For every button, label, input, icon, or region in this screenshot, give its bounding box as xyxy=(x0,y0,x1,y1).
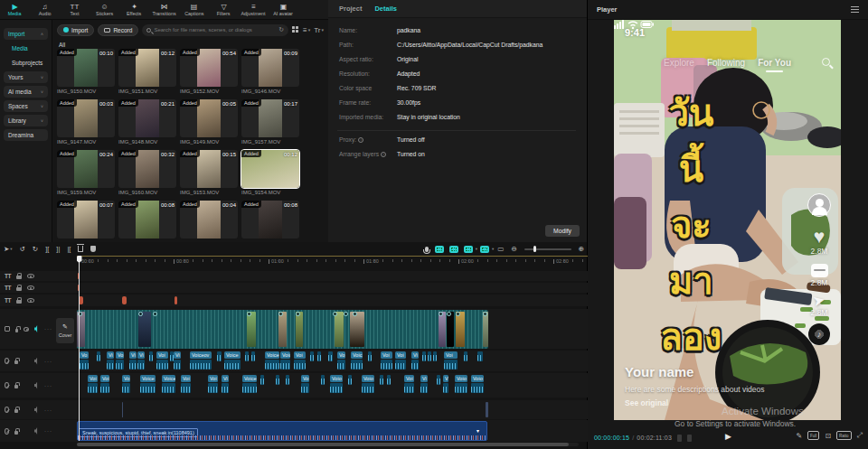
voiceover-clip[interactable]: Voi xyxy=(100,375,109,393)
redo-button[interactable]: ↻ xyxy=(33,245,38,253)
feed-tab-for-you[interactable]: For You xyxy=(758,58,791,68)
voiceover-clip[interactable] xyxy=(428,351,431,361)
voiceover-clip[interactable] xyxy=(464,351,467,361)
voiceover-clip[interactable]: Voi xyxy=(181,375,191,393)
eye-icon[interactable] xyxy=(24,327,29,332)
sidebar-item-ai-media[interactable]: AI media˅ xyxy=(4,86,48,98)
effect-clip[interactable] xyxy=(486,402,488,417)
scrollbar-thumb[interactable] xyxy=(77,443,569,446)
playhead[interactable] xyxy=(79,256,80,441)
mute-icon[interactable] xyxy=(34,427,39,435)
voiceover-clip[interactable]: Vi xyxy=(411,351,419,369)
media-item[interactable]: Added00:17IMG_9157.MOV xyxy=(241,99,299,145)
tool-tab-adjustment[interactable]: ≡Adjustment xyxy=(239,0,269,20)
avatar[interactable] xyxy=(807,193,831,217)
voiceover-clip[interactable]: Voice xyxy=(162,375,175,393)
voiceover-clip[interactable] xyxy=(437,375,440,385)
voiceover-clip[interactable] xyxy=(477,351,483,361)
voiceover-clip[interactable] xyxy=(245,351,249,361)
effect-clip[interactable] xyxy=(122,402,123,417)
text-clip[interactable] xyxy=(175,296,177,304)
split-left-button[interactable]: ]| xyxy=(56,245,60,253)
media-item[interactable]: Added00:08 xyxy=(241,201,299,240)
tool-tab-stickers[interactable]: ☺Stickers xyxy=(90,0,119,20)
media-item[interactable]: Added00:04 xyxy=(180,201,238,240)
lock-icon[interactable] xyxy=(14,385,18,388)
voiceover-clip[interactable]: Vi xyxy=(174,351,181,369)
text-clip[interactable] xyxy=(122,296,127,304)
voiceover-clip[interactable]: V xyxy=(443,375,448,393)
cover-button[interactable]: ✎ Cover xyxy=(56,318,74,343)
player-menu-icon[interactable] xyxy=(851,6,859,13)
lock-icon[interactable] xyxy=(14,360,18,364)
media-item[interactable]: Added00:24IMG_9159.MOV xyxy=(57,150,115,195)
tool-tab-text[interactable]: TTText xyxy=(60,0,90,20)
modify-button[interactable]: Modify xyxy=(545,225,580,237)
media-search-box[interactable]: ↻ xyxy=(142,24,288,36)
refresh-icon[interactable]: ↻ xyxy=(278,26,284,33)
record-button[interactable]: Record xyxy=(98,24,138,36)
voiceover-clip[interactable] xyxy=(422,351,426,361)
voiceover-clip[interactable]: Voi xyxy=(404,375,414,393)
sidebar-item-import[interactable]: Import˄ xyxy=(4,28,48,40)
voiceover-clip[interactable] xyxy=(317,351,321,361)
media-item[interactable]: Added00:54IMG_9152.MOV xyxy=(180,49,238,94)
voiceover-clip[interactable] xyxy=(97,351,100,361)
voiceover-clip[interactable]: Voio xyxy=(362,375,374,393)
eye-icon[interactable] xyxy=(27,285,34,290)
share-icon[interactable]: ➤ xyxy=(812,293,826,308)
voiceover-clip[interactable]: Voi xyxy=(444,351,458,369)
lock-icon[interactable] xyxy=(16,276,22,279)
mute-icon[interactable] xyxy=(34,407,39,414)
lock-icon[interactable] xyxy=(16,300,22,304)
media-item[interactable]: Added00:03IMG_9147.MOV xyxy=(57,99,115,145)
voiceover-clip[interactable]: Vo xyxy=(80,351,89,369)
voiceover-clip[interactable] xyxy=(321,375,325,385)
more-icon[interactable]: ··· xyxy=(44,383,52,388)
voiceover-clip[interactable]: Vi xyxy=(137,351,145,369)
undo-button[interactable]: ↺ xyxy=(20,245,25,253)
sidebar-item-media[interactable]: Media xyxy=(4,42,48,54)
search-input[interactable] xyxy=(154,27,276,33)
voiceover-clip[interactable]: Voi xyxy=(208,375,218,393)
fade-handle-icon[interactable]: ▾ xyxy=(476,427,479,434)
media-item[interactable]: Added00:09IMG_9146.MOV xyxy=(241,49,299,94)
eye-icon[interactable] xyxy=(27,274,34,278)
voiceover-clip[interactable]: Voic xyxy=(351,351,363,369)
voiceover-clip[interactable]: Voice xyxy=(140,375,156,393)
voiceover-clip[interactable]: Voi xyxy=(381,351,392,369)
media-item[interactable]: Added00:12IMG_9151.MOV xyxy=(118,49,176,94)
tool-tab-effects[interactable]: ✦Effects xyxy=(119,0,149,20)
voiceover-clip[interactable] xyxy=(433,351,437,361)
sidebar-item-subprojects[interactable]: Subprojects xyxy=(4,57,48,69)
voiceover-clip[interactable]: Voiceov xyxy=(190,351,212,369)
more-icon[interactable]: ··· xyxy=(44,326,52,332)
sidebar-item-library[interactable]: Library˅ xyxy=(4,115,48,126)
speaker-icon[interactable] xyxy=(34,325,39,332)
more-icon[interactable]: ··· xyxy=(44,407,52,413)
split-right-button[interactable]: |[ xyxy=(67,245,71,253)
media-item[interactable]: Added00:10IMG_9150.MOV xyxy=(57,49,115,94)
media-item[interactable]: Added00:21IMG_9148.MOV xyxy=(118,99,176,145)
filter-type-button[interactable]: Tr▾ xyxy=(314,26,324,34)
voiceover-clip[interactable]: Vo xyxy=(122,375,130,393)
media-item[interactable]: Added00:12IMG_9154.MOV xyxy=(241,150,299,195)
lock-icon[interactable] xyxy=(14,409,18,413)
voiceover-clip[interactable]: Vo xyxy=(337,351,345,369)
voiceover-clip[interactable] xyxy=(368,351,372,361)
voiceover-clip[interactable]: Vi xyxy=(129,351,137,369)
voiceover-clip[interactable]: Vo xyxy=(301,375,309,393)
voiceover-clip[interactable]: Vi xyxy=(107,351,114,369)
sidebar-item-yours[interactable]: Yours˅ xyxy=(4,71,48,83)
sidebar-item-dreamina[interactable]: Dreamina xyxy=(4,129,48,141)
voiceover-clip[interactable]: Voice xyxy=(265,351,279,369)
full-display-icon[interactable]: Full xyxy=(807,431,819,440)
voiceover-clip[interactable]: Vi xyxy=(420,375,428,393)
voiceover-clip[interactable]: Voio xyxy=(471,375,484,393)
voiceover-clip[interactable]: Voio xyxy=(330,375,343,393)
tab-project[interactable]: Project xyxy=(339,5,362,13)
tab-details[interactable]: Details xyxy=(374,5,397,13)
mute-icon[interactable] xyxy=(34,382,39,389)
split-button[interactable]: ][ xyxy=(45,245,49,253)
voiceover-clip[interactable] xyxy=(387,375,391,385)
